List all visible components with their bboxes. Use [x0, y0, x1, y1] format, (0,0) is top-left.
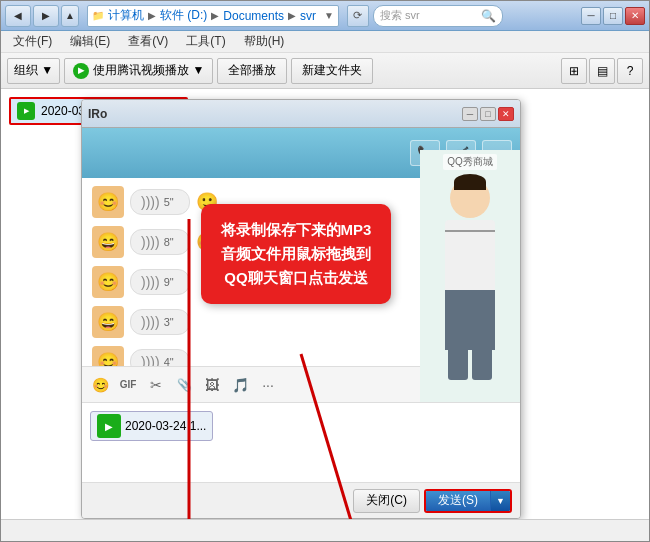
avatar-1: 😊: [92, 186, 124, 218]
organize-button[interactable]: 组织 ▼: [7, 58, 60, 84]
search-bar[interactable]: 搜索 svr 🔍: [373, 5, 503, 27]
image-button[interactable]: 🖼: [200, 373, 224, 397]
send-arrow-button[interactable]: ▼: [490, 491, 510, 511]
dragged-file: ▶ 2020-03-24 1...: [90, 411, 213, 441]
qq-maximize-button[interactable]: □: [480, 107, 496, 121]
address-software[interactable]: 软件 (D:): [160, 7, 207, 24]
attach-button[interactable]: 📎: [172, 373, 196, 397]
voice-bubble-5[interactable]: )))) 4": [130, 349, 190, 366]
menu-edit[interactable]: 编辑(E): [62, 31, 118, 52]
dragged-file-name: 2020-03-24 1...: [125, 419, 206, 433]
music-button[interactable]: 🎵: [228, 373, 252, 397]
bubble-area-5: )))) 4": [130, 349, 190, 366]
wave-icon-1: )))): [141, 194, 160, 210]
wave-icon-2: )))): [141, 234, 160, 250]
duration-5: 4": [164, 356, 174, 366]
voice-bubble-4[interactable]: )))) 3": [130, 309, 190, 335]
tencent-icon: ▶: [73, 63, 89, 79]
avatar-3: 😊: [92, 266, 124, 298]
minimize-button[interactable]: ─: [581, 7, 601, 25]
chat-input-area[interactable]: ▶ 2020-03-24 1...: [82, 402, 520, 482]
avatar-2: 😄: [92, 226, 124, 258]
char-hair: [454, 178, 486, 190]
send-button[interactable]: 发送(S): [426, 491, 490, 511]
title-bar: ◀ ▶ ▲ 📁 计算机 ▶ 软件 (D:) ▶ Documents ▶ svr …: [1, 1, 649, 31]
main-content: 2020-03-24 14-34-19.mp3 IRo ─ □ ✕ 📞 📹 ··…: [1, 89, 649, 519]
menu-tools[interactable]: 工具(T): [178, 31, 233, 52]
view-grid-button[interactable]: ⊞: [561, 58, 587, 84]
duration-4: 3": [164, 316, 174, 328]
maximize-button[interactable]: □: [603, 7, 623, 25]
qq-chat-window: IRo ─ □ ✕ 📞 📹 ··· 😊: [81, 99, 521, 519]
qq-title-bar: IRo ─ □ ✕: [82, 100, 520, 128]
status-bar: [1, 519, 649, 541]
dragged-file-icon: ▶: [97, 414, 121, 438]
address-computer[interactable]: 计算机: [108, 7, 144, 24]
qq-minimize-button[interactable]: ─: [462, 107, 478, 121]
nav-buttons: ◀ ▶ ▲: [5, 5, 79, 27]
title-bar-controls: ─ □ ✕: [581, 7, 645, 25]
voice-bubble-2[interactable]: )))) 8": [130, 229, 190, 255]
scissors-button[interactable]: ✂: [144, 373, 168, 397]
tencent-play-label: 使用腾讯视频播放 ▼: [93, 62, 204, 79]
more-tools-button[interactable]: ···: [256, 373, 280, 397]
address-svr[interactable]: svr: [300, 9, 316, 23]
menu-view[interactable]: 查看(V): [120, 31, 176, 52]
refresh-button[interactable]: ⟳: [347, 5, 369, 27]
address-documents[interactable]: Documents: [223, 9, 284, 23]
voice-bubble-3[interactable]: )))) 9": [130, 269, 190, 295]
emoji-button[interactable]: 😊: [88, 373, 112, 397]
duration-3: 9": [164, 276, 174, 288]
character-figure: [425, 178, 515, 366]
up-button[interactable]: ▲: [61, 5, 79, 27]
new-folder-button[interactable]: 新建文件夹: [291, 58, 373, 84]
menu-file[interactable]: 文件(F): [5, 31, 60, 52]
callout-tooltip: 将录制保存下来的MP3音频文件用鼠标拖拽到QQ聊天窗口点击发送: [201, 204, 391, 304]
title-bar-left: ◀ ▶ ▲ 📁 计算机 ▶ 软件 (D:) ▶ Documents ▶ svr …: [5, 5, 503, 27]
send-button-group: 发送(S) ▼: [424, 489, 512, 513]
menu-bar: 文件(F) 编辑(E) 查看(V) 工具(T) 帮助(H): [1, 31, 649, 53]
duration-1: 5": [164, 196, 174, 208]
char-shirt: [445, 230, 495, 232]
back-button[interactable]: ◀: [5, 5, 31, 27]
qq-title-controls: ─ □ ✕: [462, 107, 514, 121]
wave-icon-3: )))): [141, 274, 160, 290]
callout-text: 将录制保存下来的MP3音频文件用鼠标拖拽到QQ聊天窗口点击发送: [221, 221, 372, 286]
view-buttons: ⊞ ▤ ?: [561, 58, 643, 84]
avatar-5: 😊: [92, 346, 124, 366]
qq-close-button[interactable]: ✕: [498, 107, 514, 121]
search-icon: 🔍: [481, 9, 496, 23]
forward-button[interactable]: ▶: [33, 5, 59, 27]
close-button[interactable]: ✕: [625, 7, 645, 25]
chat-bottom: 关闭(C) 发送(S) ▼: [82, 482, 520, 518]
explorer-window: ◀ ▶ ▲ 📁 计算机 ▶ 软件 (D:) ▶ Documents ▶ svr …: [0, 0, 650, 542]
play-all-button[interactable]: 全部播放: [217, 58, 287, 84]
bubble-area-4: )))) 3": [130, 309, 190, 335]
char-leg-right: [472, 350, 492, 366]
address-bar[interactable]: 📁 计算机 ▶ 软件 (D:) ▶ Documents ▶ svr ▼: [87, 5, 339, 27]
voice-bubble-1[interactable]: )))) 5": [130, 189, 190, 215]
toolbar: 组织 ▼ ▶ 使用腾讯视频播放 ▼ 全部播放 新建文件夹 ⊞ ▤ ?: [1, 53, 649, 89]
qq-character: QQ秀商城: [420, 178, 520, 366]
mp3-file-icon: [17, 102, 35, 120]
char-leg-left: [448, 350, 468, 366]
chat-close-button[interactable]: 关闭(C): [353, 489, 420, 513]
view-list-button[interactable]: ▤: [589, 58, 615, 84]
folder-icon: 📁: [92, 10, 104, 21]
help-button[interactable]: ?: [617, 58, 643, 84]
avatar-4: 😄: [92, 306, 124, 338]
char-body: [445, 220, 495, 290]
bubble-area-3: )))) 9": [130, 269, 190, 295]
char-pants: [445, 290, 495, 350]
qq-chat-title: IRo: [88, 107, 107, 121]
char-head: [450, 178, 490, 218]
search-placeholder: 搜索 svr: [380, 8, 420, 23]
char-legs: [425, 350, 515, 366]
menu-help[interactable]: 帮助(H): [236, 31, 293, 52]
wave-icon-5: )))): [141, 354, 160, 366]
wave-icon-4: )))): [141, 314, 160, 330]
duration-2: 8": [164, 236, 174, 248]
tencent-play-button[interactable]: ▶ 使用腾讯视频播放 ▼: [64, 58, 213, 84]
gif-button[interactable]: GIF: [116, 373, 140, 397]
